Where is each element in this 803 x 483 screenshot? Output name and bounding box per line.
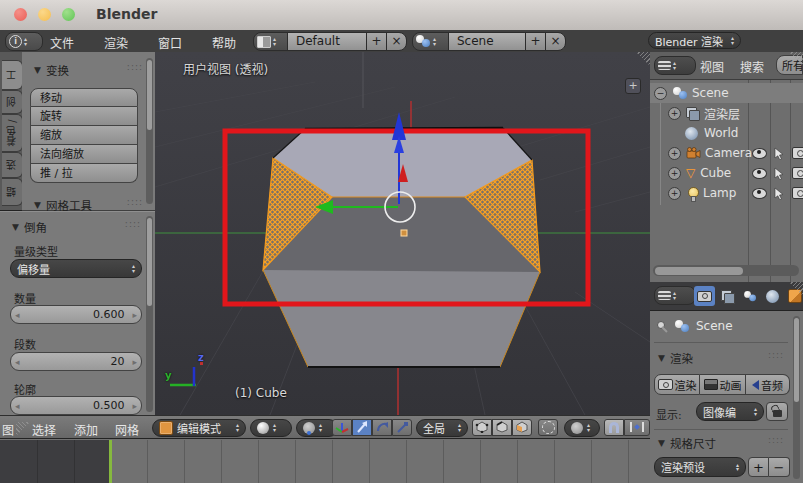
dimensions-panel-header[interactable]: ▼ 规格尺寸 [658,435,716,451]
proportional-editing-dropdown[interactable]: ▴▾ [564,419,600,437]
toolshelf-tab-create[interactable]: 创 [2,90,23,114]
add-layout-button[interactable]: + [366,32,387,51]
vertex-select-mode-button[interactable] [472,419,492,436]
toolshelf-tab-tools[interactable]: 工 [2,60,23,90]
expand-toggle-icon[interactable]: + [668,147,681,160]
close-window-icon[interactable] [14,8,27,21]
scale-manipulator-button[interactable] [392,419,412,436]
panel-grip-icon[interactable]: :::: [125,219,141,229]
bevel-panel-header[interactable]: ▼ 倒角 [12,219,47,235]
region-resize-grip[interactable] [16,422,30,436]
renderability-camera-icon[interactable] [792,147,803,159]
segments-slider[interactable]: ◂ 20 ▸ [10,352,142,371]
scrollbar-thumb[interactable] [794,318,799,402]
add-preset-button[interactable]: + [748,457,769,477]
toolshelf-tab-options[interactable]: 选 [2,152,23,178]
lock-interface-button[interactable] [766,402,788,421]
toolshelf-tab-shading[interactable]: 着色 / [2,114,23,152]
scrollbar-thumb[interactable] [655,267,743,275]
visibility-eye-icon[interactable] [752,188,767,199]
menu-window[interactable]: 窗口 [158,34,182,51]
toolshelf-tab-greasepencil[interactable]: 蜡 [2,178,23,206]
outliner-menu-search[interactable]: 搜索 [740,58,764,75]
properties-editor-type-button[interactable]: ▴▾ [654,286,696,305]
push-pull-tool-button[interactable]: 推 / 拉 [30,164,138,183]
render-panel-header[interactable]: ▼ 渲染 [658,350,693,366]
render-engine-dropdown[interactable]: Blender 渲染 ▴▾ [648,32,741,49]
panel-grip-icon[interactable]: :::: [768,435,784,445]
tab-render[interactable] [694,286,715,306]
face-select-mode-button[interactable] [512,419,532,436]
slider-right-icon[interactable]: ▸ [132,401,137,411]
expand-toggle-icon[interactable]: + [668,187,681,200]
visibility-eye-icon[interactable] [752,148,767,159]
screen-layout-name-field[interactable]: Default [287,32,375,51]
toolshelf-scrollbar[interactable] [146,58,153,204]
scale-tool-button[interactable]: 缩放 [30,126,138,145]
slider-right-icon[interactable]: ▸ [132,310,137,320]
tab-scene[interactable] [740,286,761,306]
expand-properties-region-button[interactable]: + [625,78,641,94]
outliner-row-lamp[interactable]: + Lamp [650,183,803,203]
rotate-tool-button[interactable]: 旋转 [30,107,138,126]
pin-icon[interactable] [656,320,669,333]
scene-name-field[interactable]: Scene [448,32,534,51]
profile-slider[interactable]: ◂ 0.500 ▸ [10,396,142,415]
renderability-camera-icon[interactable] [792,187,803,199]
minimize-window-icon[interactable] [38,8,51,21]
collapse-toggle-icon[interactable]: − [654,87,667,100]
slider-right-icon[interactable]: ▸ [132,357,137,367]
render-audio-button[interactable]: 音频 [746,374,790,395]
outliner-row-world[interactable]: World [650,123,803,143]
expand-toggle-icon[interactable]: + [668,107,681,120]
scrollbar-thumb[interactable] [147,60,152,130]
transform-panel-header[interactable]: ▼ 变换 [34,62,69,78]
snap-toggle-button[interactable] [604,419,624,436]
panel-grip-icon[interactable]: :::: [768,350,784,360]
snap-element-button[interactable] [624,419,650,436]
outliner-row-camera[interactable]: + Camera [650,143,803,163]
limit-selection-visible-button[interactable] [538,419,558,436]
rotate-manipulator-button[interactable] [372,419,392,436]
menu-file[interactable]: 文件 [50,34,74,51]
timeline-playhead[interactable] [109,440,112,483]
delete-layout-button[interactable]: × [386,32,407,51]
selectability-cursor-icon[interactable] [774,147,784,160]
selectability-cursor-icon[interactable] [774,187,784,200]
display-mode-dropdown[interactable]: 图像编 ▴▾ [696,402,764,421]
transform-orientation-dropdown[interactable]: 全局 ▴▾ [416,419,468,437]
manipulator-axes-button[interactable] [332,419,352,436]
properties-scrollbar[interactable] [793,316,800,479]
outliner-row-scene[interactable]: − Scene [650,83,803,103]
render-animation-button[interactable]: 动画 [700,374,746,395]
selectability-cursor-icon[interactable] [774,167,784,180]
operator-panel-scrollbar[interactable] [146,216,153,412]
tab-world[interactable] [762,286,783,306]
render-still-button[interactable]: 渲染 [654,374,700,395]
panel-grip-icon[interactable]: :::: [127,62,143,72]
translate-manipulator-button[interactable] [352,419,372,436]
editor-type-info-button[interactable]: i ▴▾ [5,32,43,51]
render-presets-dropdown[interactable]: 渲染预设 ▴▾ [654,457,746,477]
viewport-3d[interactable]: 用户视图 (透视) (1) Cube z y + [155,52,650,415]
outliner-editor-type-button[interactable]: ▴▾ [654,56,696,75]
expand-toggle-icon[interactable]: + [668,167,681,180]
scrollbar-thumb[interactable] [147,218,152,306]
menu-mesh[interactable]: 网格 [115,421,139,438]
maximize-window-icon[interactable] [62,8,75,21]
remove-preset-button[interactable]: − [769,457,790,477]
delete-scene-button[interactable]: × [545,32,566,51]
outliner-menu-view[interactable]: 视图 [700,58,724,75]
tab-render-layers[interactable] [717,286,738,306]
add-scene-button[interactable]: + [525,32,546,51]
menu-help[interactable]: 帮助 [212,34,236,51]
visibility-eye-icon[interactable] [752,168,767,179]
timeline-editor[interactable] [0,438,650,483]
edge-select-mode-button[interactable] [492,419,512,436]
menu-render[interactable]: 渲染 [104,34,128,51]
renderability-camera-icon[interactable] [792,167,803,179]
menu-add[interactable]: 添加 [74,421,98,438]
outliner-row-cube[interactable]: + ▽ Cube [650,163,803,183]
amount-slider[interactable]: ◂ 0.600 ▸ [10,305,142,324]
viewport-shading-dropdown[interactable]: ▴▾ [250,419,292,437]
